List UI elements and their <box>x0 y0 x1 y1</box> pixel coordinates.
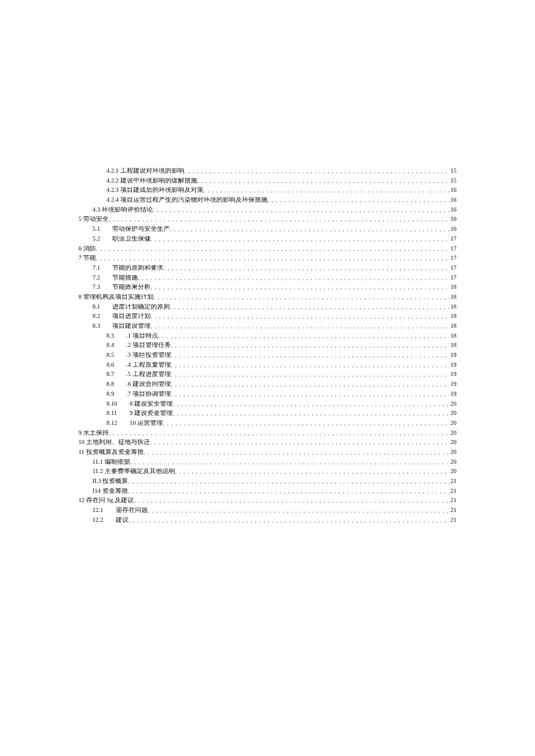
toc-entry-page: 17 <box>450 236 457 242</box>
toc-entry-title: .6 建设合同管理 <box>126 381 171 387</box>
toc-entry: 4.2.2 建设中环境影响的缓解措施15 <box>79 178 456 188</box>
toc-leader-dots <box>171 372 450 378</box>
toc-leader-dots <box>170 304 450 311</box>
toc-entry-page: 21 <box>450 497 457 504</box>
toc-entry-label: 8.9.7 项目协调管理 <box>106 391 171 397</box>
toc-leader-dots <box>173 402 450 408</box>
toc-entry-label: 4.2.3 项目建成后的环境影响及对策 <box>106 187 204 194</box>
toc-entry-page: 15 <box>450 178 457 184</box>
toc-entry-page: 20 <box>450 410 457 417</box>
toc-entry-number: 8.7 <box>106 371 126 378</box>
toc-leader-dots <box>158 334 450 340</box>
toc-entry: 4.2.3 项目建成后的环境影响及对策16 <box>79 187 456 197</box>
toc-leader-dots <box>151 237 450 243</box>
toc-entry: 8.3项目建设管理18 <box>79 323 456 333</box>
toc-entry-page: 20 <box>450 430 457 436</box>
toc-entry: 12.1需存在问题21 <box>79 507 456 517</box>
toc-entry-page: 19 <box>450 362 457 368</box>
toc-entry-page: 20 <box>450 420 457 427</box>
toc-entry-label: 8.119 建设资金管理 <box>106 410 173 417</box>
toc-leader-dots <box>129 518 450 524</box>
toc-entry-title: .3 项巨投资管理 <box>126 352 171 358</box>
toc-entry: 4.2.4 项目运营过程产生的污染物对环境的影响及环保措施16 <box>79 197 456 207</box>
toc-entry: 8.1210 运营管理20 <box>79 420 456 430</box>
toc-entry: 12 存在问 Sg 及建议21 <box>79 497 456 507</box>
toc-leader-dots <box>134 498 449 504</box>
toc-entry-number: 5.2 <box>92 236 112 242</box>
toc-leader-dots <box>268 198 450 204</box>
toc-entry-label: 8.2项目进度计划 <box>92 313 151 320</box>
toc-entry-page: 19 <box>450 391 457 397</box>
toc-entry-title: 9 建设资金管理 <box>130 410 173 416</box>
toc-entry-page: 20 <box>450 449 457 456</box>
toc-entry: 11.2 主要费率确定及其他说明20 <box>79 468 456 478</box>
toc-entry-number: 8.10 <box>106 401 130 407</box>
toc-entry-page: 19 <box>450 381 457 388</box>
toc-leader-dots <box>138 275 450 282</box>
toc-entry-page: 16 <box>450 197 457 203</box>
toc-entry-title: .4 工程质量管理 <box>126 362 171 368</box>
toc-leader-dots <box>175 469 450 475</box>
toc-entry: 8 管理机构及项目实施计划18 <box>79 294 456 304</box>
toc-entry-number: 8.1 <box>92 304 112 310</box>
table-of-contents: 4.2.1 工程建设对环境的影响154.2.2 建设中环境影响的缓解措施154.… <box>79 168 456 526</box>
toc-leader-dots <box>144 450 450 456</box>
toc-leader-dots <box>130 460 450 466</box>
toc-entry-page: 20 <box>450 439 457 446</box>
toc-entry: 8.2项目进度计划18 <box>79 313 456 323</box>
toc-entry-page: 20 <box>450 401 457 407</box>
toc-entry-label: 8.4.2 项目管理任务 <box>106 342 171 349</box>
toc-entry-page: 20 <box>450 459 457 465</box>
toc-entry-title: 项目建设管理 <box>112 323 151 329</box>
toc-entry-label: 4.2.2 建设中环境影响的缓解措施 <box>106 178 197 184</box>
toc-entry-title: .7 项目协调管理 <box>126 391 171 397</box>
toc-entry: 8.7.5 工程进度管理19 <box>79 371 456 381</box>
toc-leader-dots <box>197 178 450 185</box>
toc-entry: 9 水土保持20 <box>79 430 456 440</box>
toc-entry: 11.1 编制依据20 <box>79 459 456 469</box>
toc-entry-title: 需存在问题 <box>116 507 148 513</box>
toc-entry-label: 5.1劳动保护与安全生产 <box>92 226 170 232</box>
toc-entry-label: 4.2.4 项目运营过程产生的污染物对环境的影响及环保措施 <box>106 197 268 203</box>
toc-entry-label: 7.1节能的原则和要求 <box>92 265 163 271</box>
toc-entry-label: 7.3节能效果分析 <box>92 284 151 291</box>
toc-leader-dots <box>128 489 450 495</box>
toc-leader-dots <box>163 421 449 427</box>
toc-entry-title: 8 建设安全管理 <box>130 401 173 407</box>
toc-entry-page: 18 <box>450 342 457 349</box>
toc-entry-number: 8.3 <box>92 323 112 329</box>
toc-entry: 5.1劳动保护与安全生产16 <box>79 226 456 236</box>
toc-leader-dots <box>171 363 450 369</box>
toc-entry-title: 节能效果分析 <box>112 284 151 290</box>
toc-entry-number: 12.2 <box>92 517 116 524</box>
toc-entry-label: 4.3 环境影响评价结论 <box>92 207 153 213</box>
toc-entry: 7.2节能措施17 <box>79 275 456 285</box>
toc-leader-dots <box>96 256 450 262</box>
toc-entry-label: 8.3项目建设管理 <box>92 323 151 329</box>
toc-entry-page: 18 <box>450 304 457 310</box>
toc-entry-number: 7.2 <box>92 275 112 281</box>
toc-leader-dots <box>173 411 450 417</box>
toc-entry-title: 职业卫生保健 <box>112 236 151 242</box>
toc-entry-title: 劳动保护与安全生产 <box>112 226 170 232</box>
toc-entry-number: 8.9 <box>106 391 126 397</box>
toc-entry-page: 18 <box>450 333 457 339</box>
toc-entry: 4.3 环境影响评价结论16 <box>79 207 456 217</box>
toc-entry-label: 9 水土保持 <box>79 430 109 436</box>
toc-entry: 4.2.1 工程建设对环境的影响15 <box>79 168 456 178</box>
toc-leader-dots <box>151 314 450 320</box>
toc-leader-dots <box>153 207 450 214</box>
toc-leader-dots <box>109 217 450 223</box>
toc-entry-label: 11.2 主要费率确定及其他说明 <box>92 468 175 475</box>
toc-entry: 5.2职业卫生保健17 <box>79 236 456 246</box>
toc-entry-title: 节能措施 <box>112 275 138 281</box>
toc-entry-number: 8.11 <box>106 410 130 417</box>
toc-entry-number: 12.1 <box>92 507 116 514</box>
toc-entry-label: 5 劳动安全 <box>79 216 109 223</box>
toc-entry: 6 消防17 <box>79 246 456 256</box>
toc-entry: II.3 投资概算21 <box>79 478 456 488</box>
toc-entry: 8.9.7 项目协调管理19 <box>79 391 456 401</box>
toc-entry-number: 8.2 <box>92 313 112 320</box>
toc-entry-page: 18 <box>450 323 457 329</box>
toc-entry-number: 7.3 <box>92 284 112 291</box>
